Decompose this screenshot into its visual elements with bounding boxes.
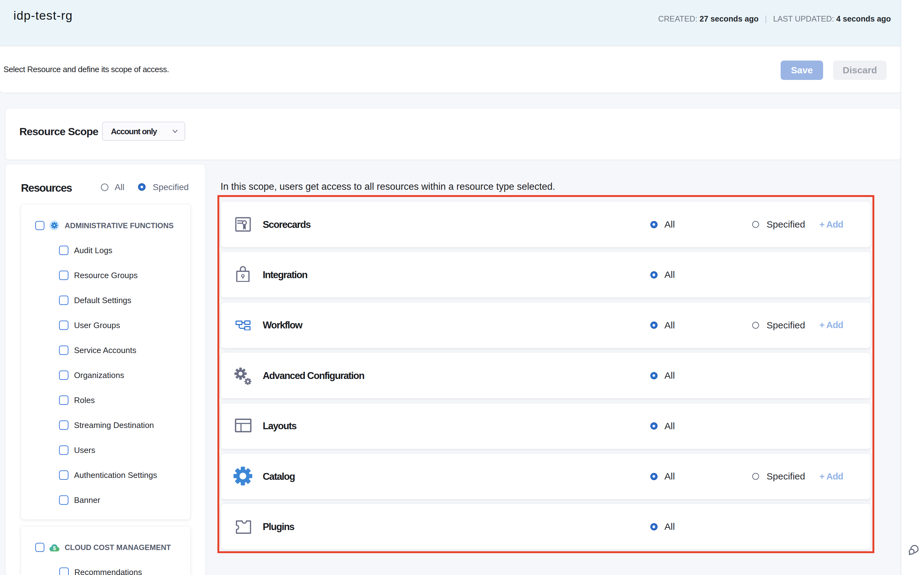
svg-text:$: $ (53, 545, 56, 551)
